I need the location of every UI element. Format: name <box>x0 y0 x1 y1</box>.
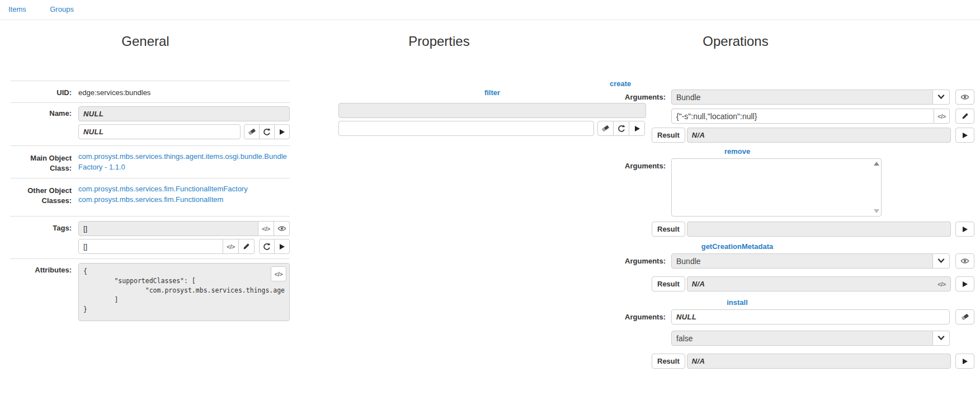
install-args-input[interactable]: NULL <box>671 309 950 324</box>
tags-edit-code-button[interactable]: </> <box>223 239 239 254</box>
pencil-icon <box>962 112 969 120</box>
name-clear-button[interactable] <box>244 124 260 139</box>
operation-getcreationmetadata-link[interactable]: getCreationMetadata <box>610 242 865 252</box>
arguments-label: Arguments: <box>610 309 666 321</box>
remove-result-row: Result <box>652 222 974 237</box>
eye-icon <box>960 258 969 264</box>
general-section-title: General <box>62 34 229 49</box>
play-icon <box>279 129 285 135</box>
properties-filter-current-field <box>338 103 646 118</box>
result-label: Result <box>652 354 685 369</box>
tags-refresh-button[interactable] <box>259 239 275 254</box>
result-label: Result <box>652 222 685 237</box>
tags-row: Tags: [] </> [] </> <box>10 216 290 258</box>
operation-install-link[interactable]: install <box>610 298 865 308</box>
properties-filter-input[interactable] <box>338 121 594 136</box>
install-flag-select[interactable]: false <box>671 331 933 346</box>
play-icon <box>962 358 968 365</box>
operations-section-title: Operations <box>652 34 819 49</box>
name-run-button[interactable] <box>274 124 290 139</box>
code-icon: </> <box>227 243 234 250</box>
getcreationmetadata-view-button[interactable] <box>955 253 974 269</box>
tab-items[interactable]: Items <box>8 5 26 13</box>
operation-create-link[interactable]: create <box>610 79 631 88</box>
uid-value: edge:services:bundles <box>78 86 290 98</box>
uid-row: UID: edge:services:bundles <box>10 81 290 102</box>
attributes-code-button[interactable]: </> <box>271 266 286 281</box>
refresh-icon <box>263 128 271 136</box>
other-object-classes-row: Other Object Classes: com.prosyst.mbs.se… <box>10 178 290 216</box>
getcreationmetadata-run-button[interactable] <box>955 276 974 291</box>
create-args-edit-row: {"-s":null,"location":null} </> <box>610 109 974 124</box>
getcreationmetadata-dropdown-button[interactable] <box>933 253 950 269</box>
code-icon: </> <box>275 271 282 277</box>
main-object-class-link[interactable]: com.prosyst.mbs.services.things.agent.it… <box>78 151 290 172</box>
chevron-down-icon <box>937 95 945 100</box>
tags-edit-button[interactable] <box>239 239 255 254</box>
create-type-select[interactable]: Bundle <box>671 90 933 105</box>
remove-arguments-row: Arguments: <box>610 158 974 217</box>
create-args-code-button[interactable]: </> <box>934 109 950 124</box>
remove-args-listbox[interactable] <box>671 158 882 217</box>
remove-run-button[interactable] <box>955 222 974 237</box>
main-object-class-label: Main Object Class: <box>10 151 78 173</box>
chevron-down-icon <box>937 258 945 264</box>
eraser-icon <box>601 124 610 133</box>
other-object-class-link[interactable]: com.prosyst.mbs.services.fim.FunctionalI… <box>78 194 290 205</box>
listbox-scrollbar[interactable] <box>871 159 881 216</box>
install-clear-button[interactable] <box>955 309 974 324</box>
install-arguments-row: Arguments: NULL <box>610 309 974 324</box>
install-run-button[interactable] <box>955 354 974 369</box>
tab-groups[interactable]: Groups <box>50 5 74 13</box>
arguments-label: Arguments: <box>610 90 666 101</box>
code-icon: </> <box>262 225 270 232</box>
result-label: Result <box>652 128 685 143</box>
attributes-json: { "supportedClasses": [ "com.prosyst.mbs… <box>79 264 289 318</box>
result-label: Result <box>652 276 685 291</box>
install-result-value: N/A <box>692 357 705 365</box>
tags-view-button[interactable] <box>274 221 290 236</box>
create-view-button[interactable] <box>955 90 974 105</box>
getcreationmetadata-arguments-row: Arguments: Bundle <box>610 253 974 269</box>
create-args-edit-button[interactable] <box>955 109 974 124</box>
name-input[interactable]: NULL <box>78 124 241 139</box>
tags-current-field: [] <box>78 221 258 236</box>
eraser-icon <box>961 313 969 321</box>
play-icon <box>962 281 968 288</box>
name-row: Name: NULL NULL <box>10 102 290 145</box>
attributes-json-box: { "supportedClasses": [ "com.prosyst.mbs… <box>78 263 290 321</box>
create-type-dropdown-button[interactable] <box>933 90 950 105</box>
install-flag-dropdown-button[interactable] <box>933 331 950 346</box>
play-icon <box>962 226 968 233</box>
other-object-classes-label: Other Object Classes: <box>10 184 78 206</box>
scroll-down-icon[interactable] <box>874 209 879 213</box>
tags-label: Tags: <box>10 221 78 254</box>
attributes-row: Attributes: { "supportedClasses": [ "com… <box>10 258 290 326</box>
other-object-class-link[interactable]: com.prosyst.mbs.services.fim.FunctionalI… <box>78 184 290 194</box>
operations-panel: create Arguments: Bundle {"-s":null,"lo <box>610 78 974 369</box>
refresh-icon <box>263 243 271 251</box>
getcreationmetadata-type-select[interactable]: Bundle <box>671 253 933 269</box>
name-current-field: NULL <box>78 106 290 121</box>
operation-remove-link[interactable]: remove <box>610 147 865 157</box>
scroll-up-icon[interactable] <box>874 162 879 166</box>
play-icon <box>962 132 968 139</box>
eye-icon <box>277 225 286 232</box>
create-run-button[interactable] <box>955 128 974 143</box>
properties-filter-link[interactable]: filter <box>338 88 646 97</box>
uid-label: UID: <box>10 86 78 98</box>
create-args-input[interactable]: {"-s":null,"location":null} <box>671 109 934 124</box>
arguments-label: Arguments: <box>610 253 666 265</box>
tags-run-button[interactable] <box>274 239 290 254</box>
name-refresh-button[interactable] <box>259 124 275 139</box>
code-icon[interactable]: </> <box>937 281 945 288</box>
attributes-label: Attributes: <box>10 263 78 321</box>
tags-input[interactable]: [] <box>78 239 223 254</box>
general-panel: UID: edge:services:bundles Name: NULL NU… <box>10 81 290 326</box>
tags-code-button[interactable]: </> <box>258 221 274 236</box>
eye-icon <box>960 94 969 100</box>
properties-filter-edit-row <box>338 121 646 136</box>
eraser-icon <box>248 128 256 136</box>
install-flag-row: false <box>610 331 974 346</box>
create-arguments-row: Arguments: Bundle <box>610 90 974 105</box>
